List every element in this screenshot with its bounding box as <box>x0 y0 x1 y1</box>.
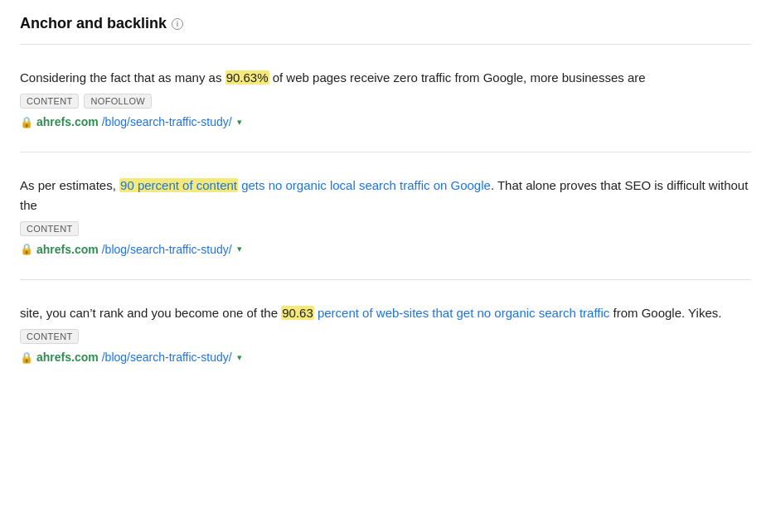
result-1-highlight: 90.63% <box>225 70 269 85</box>
result-2-url-path: /blog/search-traffic-study/ <box>102 243 232 256</box>
tag-content-3: CONTENT <box>20 329 79 344</box>
result-1-url-path: /blog/search-traffic-study/ <box>102 115 232 128</box>
result-3-url-row[interactable]: 🔒 ahrefs.com/blog/search-traffic-study/ … <box>20 351 751 364</box>
url-dropdown-arrow-2[interactable]: ▾ <box>237 244 242 254</box>
divider-1 <box>20 152 751 152</box>
url-dropdown-arrow-1[interactable]: ▾ <box>237 117 242 128</box>
result-text-1: Considering the fact that as many as 90.… <box>20 68 751 87</box>
result-3-highlight: 90.63 <box>281 306 314 320</box>
lock-icon-2: 🔒 <box>20 244 33 254</box>
result-block-1: Considering the fact that as many as 90.… <box>20 56 751 140</box>
result-1-text-after: of web pages receive zero traffic from G… <box>269 70 646 85</box>
result-2-text-before: As per estimates, <box>20 178 119 192</box>
result-2-highlight[interactable]: 90 percent of content <box>119 178 238 192</box>
result-block-3: site, you can’t rank and you become one … <box>20 292 751 375</box>
result-1-url-row[interactable]: 🔒 ahrefs.com/blog/search-traffic-study/ … <box>20 115 751 128</box>
result-3-text-before: site, you can’t rank and you become one … <box>20 306 281 320</box>
result-text-3: site, you can’t rank and you become one … <box>20 303 751 322</box>
result-3-tags: CONTENT <box>20 329 751 344</box>
result-1-url-domain: ahrefs.com <box>36 115 99 128</box>
result-text-2: As per estimates, 90 percent of content … <box>20 176 751 215</box>
result-2-tags: CONTENT <box>20 221 751 236</box>
info-icon[interactable]: i <box>172 18 183 30</box>
page-container: Anchor and backlink i Considering the fa… <box>0 0 771 395</box>
result-1-tags: CONTENT NOFOLLOW <box>20 94 751 109</box>
title-text: Anchor and backlink <box>20 15 167 32</box>
url-dropdown-arrow-3[interactable]: ▾ <box>237 352 242 363</box>
tag-content-2: CONTENT <box>20 221 79 236</box>
tag-nofollow-1: NOFOLLOW <box>84 94 152 109</box>
tag-content-1: CONTENT <box>20 94 79 109</box>
result-block-2: As per estimates, 90 percent of content … <box>20 164 751 268</box>
result-3-url-domain: ahrefs.com <box>36 351 99 364</box>
divider-top <box>20 44 751 45</box>
result-3-url-path: /blog/search-traffic-study/ <box>102 351 232 364</box>
result-3-text-after-link: from Google. Yikes. <box>609 306 721 320</box>
result-1-text-before: Considering the fact that as many as <box>20 70 225 85</box>
result-2-url-domain: ahrefs.com <box>36 243 99 256</box>
lock-icon-1: 🔒 <box>20 117 33 128</box>
result-2-url-row[interactable]: 🔒 ahrefs.com/blog/search-traffic-study/ … <box>20 243 751 256</box>
lock-icon-3: 🔒 <box>20 352 33 363</box>
result-2-text-after-link[interactable]: gets no organic local search traffic on … <box>238 178 491 192</box>
page-title: Anchor and backlink i <box>20 15 751 32</box>
divider-2 <box>20 279 751 280</box>
result-3-text-after-highlight[interactable]: percent of web-sites that get no organic… <box>314 306 610 320</box>
